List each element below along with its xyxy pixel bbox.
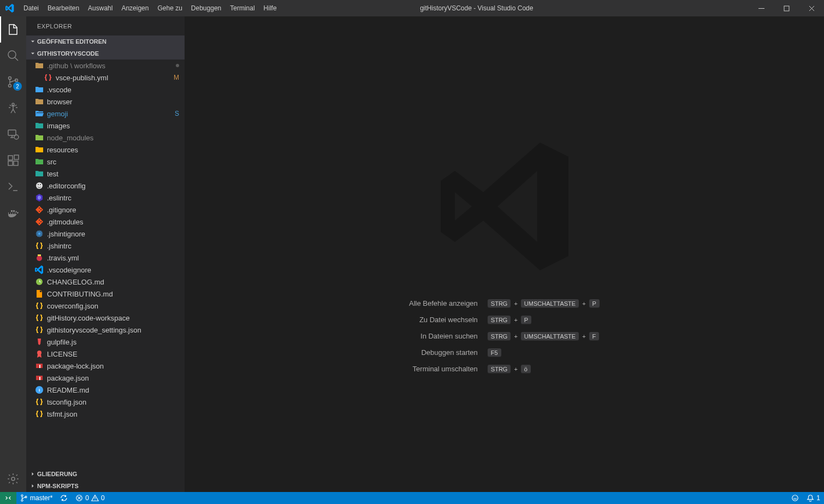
tree-item-label: tsfmt.json xyxy=(47,410,179,418)
tree-item[interactable]: iREADME.md xyxy=(26,384,185,396)
tree-item[interactable]: images xyxy=(26,120,185,132)
tree-item-label: .jshintignore xyxy=(47,230,179,238)
svg-point-6 xyxy=(12,103,14,105)
tree-item[interactable]: .eslintrc xyxy=(26,192,185,204)
shortcut-keys: STRG+ö xyxy=(488,365,600,373)
maximize-button[interactable] xyxy=(774,0,799,16)
svg-rect-7 xyxy=(8,130,16,135)
explorer-sidebar: EXPLORER GEÖFFNETE EDITOREN GITHISTORYVS… xyxy=(26,16,185,492)
tree-item[interactable]: .vscodeignore xyxy=(26,264,185,276)
shortcut-keys: F5 xyxy=(488,348,600,357)
menu-item[interactable]: Bearbeiten xyxy=(43,0,84,16)
tree-item-label: CONTRIBUTING.md xyxy=(47,290,179,298)
git-icon xyxy=(35,217,44,226)
menu-item[interactable]: Datei xyxy=(19,0,43,16)
key: F5 xyxy=(488,348,501,357)
menu-item[interactable]: Hilfe xyxy=(259,0,281,16)
tree-item[interactable]: gulpfile.js xyxy=(26,336,185,348)
menu-item[interactable]: Anzeigen xyxy=(117,0,153,16)
settings-gear-icon[interactable] xyxy=(0,466,26,492)
tree-item-label: .gitignore xyxy=(47,206,179,214)
source-control-icon[interactable]: 2 xyxy=(0,69,26,95)
changelog-icon xyxy=(35,277,44,286)
search-icon[interactable] xyxy=(0,43,26,69)
tree-item[interactable]: .gitignore xyxy=(26,204,185,216)
json-icon xyxy=(35,241,44,250)
tree-item[interactable]: .github \ workflows xyxy=(26,60,185,72)
tree-item[interactable]: vsce-publish.ymlM xyxy=(26,72,185,84)
tree-item-label: tsconfig.json xyxy=(47,398,179,406)
svg-point-28 xyxy=(21,495,23,496)
tree-item[interactable]: tsconfig.json xyxy=(26,396,185,408)
tree-item[interactable]: gitHistory.code-workspace xyxy=(26,312,185,324)
folder-icon xyxy=(35,97,44,106)
problems-indicator[interactable]: 0 0 xyxy=(72,492,108,504)
tree-item[interactable]: package-lock.json xyxy=(26,360,185,372)
tree-item-label: .editorconfig xyxy=(47,182,179,190)
git-branch-indicator[interactable]: master* xyxy=(16,492,56,504)
tree-item[interactable]: .travis.yml xyxy=(26,252,185,264)
npm-icon xyxy=(35,373,44,382)
tree-item-label: coverconfig.json xyxy=(47,302,179,310)
tree-item[interactable]: .jshintignore xyxy=(26,228,185,240)
chevron-down-icon xyxy=(28,50,37,57)
svg-point-8 xyxy=(14,135,19,139)
svg-point-3 xyxy=(9,77,11,80)
tree-item[interactable]: package.json xyxy=(26,372,185,384)
shortcut-label: Terminal umschalten xyxy=(409,365,478,373)
workspace-section[interactable]: GITHISTORYVSCODE xyxy=(26,48,185,60)
tree-item[interactable]: gemojiS xyxy=(26,108,185,120)
menu-item[interactable]: Terminal xyxy=(226,0,259,16)
open-editors-section[interactable]: GEÖFFNETE EDITOREN xyxy=(26,35,185,48)
status-bar: master* 0 0 1 xyxy=(0,492,824,504)
feedback-icon[interactable] xyxy=(787,492,803,504)
tree-item-label: test xyxy=(47,170,179,178)
title-bar: DateiBearbeitenAuswahlAnzeigenGehe zuDeb… xyxy=(0,0,824,16)
tree-item[interactable]: .vscode xyxy=(26,84,185,96)
tree-item-label: README.md xyxy=(47,386,179,394)
tree-item[interactable]: CHANGELOG.md xyxy=(26,276,185,288)
tree-item[interactable]: browser xyxy=(26,96,185,108)
debug-icon[interactable] xyxy=(0,95,26,121)
tree-item[interactable]: .jshintrc xyxy=(26,240,185,252)
remote-indicator[interactable] xyxy=(0,492,16,504)
svg-rect-19 xyxy=(38,254,41,256)
tree-item[interactable]: CONTRIBUTING.md xyxy=(26,288,185,300)
tree-item[interactable]: .gitmodules xyxy=(26,216,185,228)
tree-item[interactable]: coverconfig.json xyxy=(26,300,185,312)
tree-item-label: .github \ workflows xyxy=(47,62,176,70)
tree-item-label: CHANGELOG.md xyxy=(47,278,179,286)
tree-item[interactable]: src xyxy=(26,156,185,168)
key: UMSCHALTTASTE xyxy=(521,299,579,308)
tree-item[interactable]: tsfmt.json xyxy=(26,408,185,420)
vscode-icon xyxy=(35,265,44,274)
git-sync-indicator[interactable] xyxy=(56,492,72,504)
docker-icon[interactable] xyxy=(0,200,26,226)
tree-item[interactable]: resources xyxy=(26,144,185,156)
tree-item[interactable]: LICENSE xyxy=(26,348,185,360)
branch-name: master* xyxy=(30,494,52,502)
notifications-indicator[interactable]: 1 xyxy=(803,492,824,504)
terminal-panel-icon[interactable] xyxy=(0,174,26,200)
outline-section[interactable]: GLIEDERUNG xyxy=(26,468,185,480)
menu-item[interactable]: Gehe zu xyxy=(153,0,186,16)
close-button[interactable] xyxy=(799,0,824,16)
explorer-icon[interactable] xyxy=(0,16,26,43)
menu-item[interactable]: Auswahl xyxy=(84,0,117,16)
svg-point-13 xyxy=(11,477,15,481)
minimize-button[interactable] xyxy=(749,0,774,16)
tree-item[interactable]: githistoryvscode_settings.json xyxy=(26,324,185,336)
svg-point-32 xyxy=(792,495,798,501)
folder-blue-icon xyxy=(35,85,44,94)
svg-rect-0 xyxy=(758,8,764,9)
tree-item[interactable]: test xyxy=(26,168,185,180)
extensions-icon[interactable] xyxy=(0,147,26,174)
tree-item[interactable]: node_modules xyxy=(26,132,185,144)
svg-rect-23 xyxy=(39,365,40,368)
tree-item[interactable]: .editorconfig xyxy=(26,180,185,192)
npm-scripts-section[interactable]: NPM-SKRIPTS xyxy=(26,480,185,492)
key: STRG xyxy=(488,365,511,373)
remote-explorer-icon[interactable] xyxy=(0,121,26,147)
folder-yellow-icon xyxy=(35,145,44,154)
menu-item[interactable]: Debuggen xyxy=(187,0,226,16)
